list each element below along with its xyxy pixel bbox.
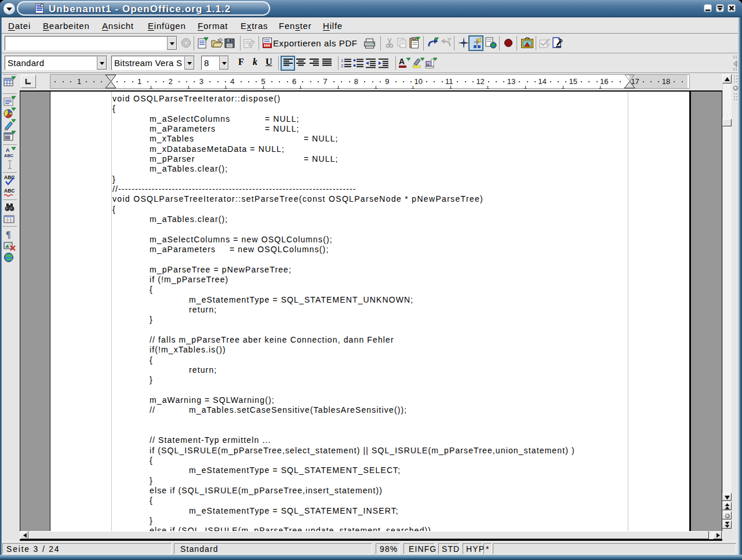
svg-text:ABC: ABC — [4, 153, 14, 158]
svg-text:2: 2 — [341, 63, 344, 68]
svg-text:A: A — [399, 57, 405, 66]
svg-text:A: A — [6, 147, 10, 153]
svg-text:¶: ¶ — [6, 230, 11, 239]
svg-text:ABC: ABC — [4, 188, 14, 194]
svg-text:1: 1 — [341, 58, 344, 63]
